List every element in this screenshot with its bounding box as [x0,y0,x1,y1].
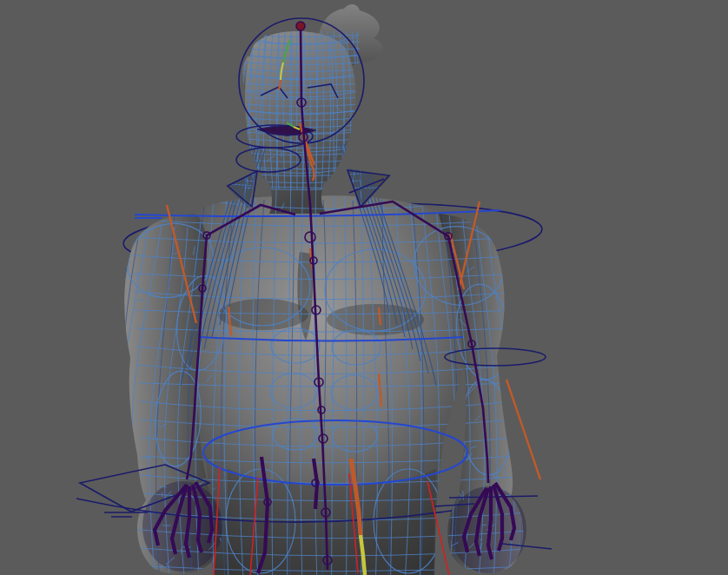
wireframe-line [482,525,486,525]
viewport-3d[interactable]: (function(){ var data = JSON.parse(docum… [0,0,728,575]
wireframe-line [170,494,171,496]
root-joint-dot[interactable] [296,22,305,30]
